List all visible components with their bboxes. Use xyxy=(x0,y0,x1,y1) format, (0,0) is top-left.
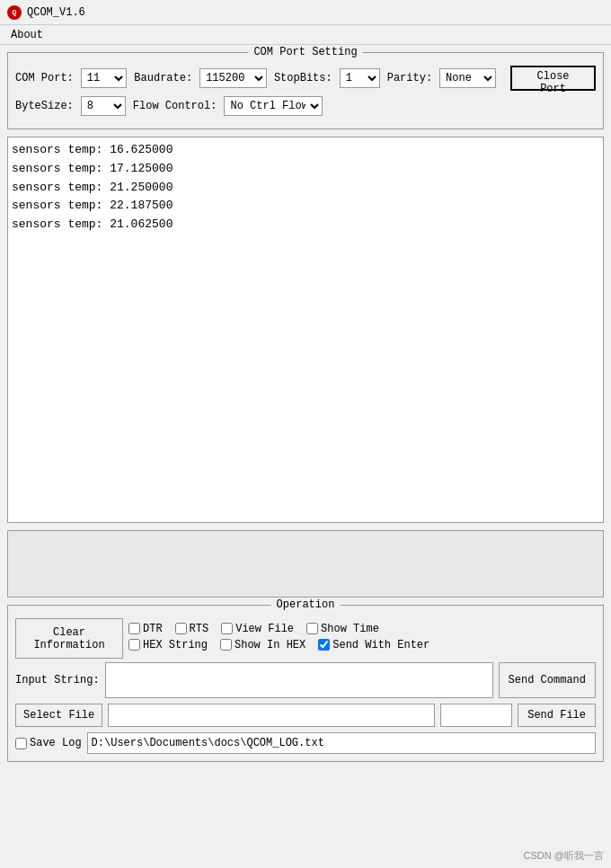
showtime-label: Show Time xyxy=(321,623,379,635)
com-port-setting-panel: COM Port Setting COM Port: 11 1234 5678 … xyxy=(7,52,604,129)
input-string-label: Input String: xyxy=(15,674,100,686)
com-row-1: COM Port: 11 1234 5678 91012 Baudrate: 1… xyxy=(15,66,596,91)
app-logo: Q xyxy=(7,5,22,20)
sendwithenter-label: Send With Enter xyxy=(332,639,429,651)
op-top-row: Clear Information DTR RTS View File xyxy=(15,618,596,659)
com-port-label: COM Port: xyxy=(15,72,74,84)
send-command-button[interactable]: Send Command xyxy=(499,662,596,698)
serial-line-2: sensors temp: 21.250000 xyxy=(12,179,599,198)
save-log-row: Save Log xyxy=(15,732,596,754)
file-row: Select File Send File xyxy=(15,704,596,727)
flowcontrol-select[interactable]: No Ctrl FlowRTS/CTSXON/XOFF xyxy=(224,96,323,116)
viewfile-label: View File xyxy=(235,623,294,635)
file-path-field[interactable] xyxy=(108,704,435,727)
menu-bar: About xyxy=(0,25,611,45)
showinhex-check[interactable]: Show In HEX xyxy=(220,639,306,651)
input-string-field[interactable] xyxy=(105,662,493,698)
hexstring-label: HEX String xyxy=(143,639,208,651)
serial-line-0: sensors temp: 16.625000 xyxy=(12,141,599,160)
dtr-checkbox[interactable] xyxy=(128,623,140,634)
clear-info-button[interactable]: Clear Information xyxy=(15,618,123,659)
showtime-check[interactable]: Show Time xyxy=(306,623,379,635)
operation-panel: Operation Clear Information DTR RTS xyxy=(7,605,604,762)
logo-text: Q xyxy=(13,8,17,16)
showtime-checkbox[interactable] xyxy=(306,623,318,634)
select-file-button[interactable]: Select File xyxy=(15,704,102,727)
bytesize-select[interactable]: 8567 xyxy=(81,96,126,116)
com-port-legend: COM Port Setting xyxy=(248,46,362,58)
send-file-button[interactable]: Send File xyxy=(518,704,596,727)
serial-line-4: sensors temp: 21.062500 xyxy=(12,216,599,235)
dtr-check[interactable]: DTR xyxy=(128,623,163,635)
rts-check[interactable]: RTS xyxy=(175,623,209,635)
rts-label: RTS xyxy=(190,623,209,635)
sendwithenter-checkbox[interactable] xyxy=(318,639,330,651)
com-port-select[interactable]: 11 1234 5678 91012 xyxy=(81,68,128,88)
op-check-row-1: DTR RTS View File Show Time xyxy=(128,623,596,635)
input-string-row: Input String: Send Command xyxy=(15,662,596,698)
flowcontrol-label: Flow Control: xyxy=(133,100,217,112)
serial-line-3: sensors temp: 22.187500 xyxy=(12,197,599,216)
save-log-check[interactable]: Save Log xyxy=(15,737,82,749)
save-log-label: Save Log xyxy=(30,737,82,749)
file-size-field xyxy=(440,704,512,727)
watermark-text: CSDN @听我一言 xyxy=(524,850,604,861)
serial-line-1: sensors temp: 17.125000 xyxy=(12,160,599,179)
title-bar: Q QCOM_V1.6 xyxy=(0,0,611,25)
watermark: CSDN @听我一言 xyxy=(524,849,604,863)
op-checkboxes: DTR RTS View File Show Time xyxy=(128,623,596,655)
showinhex-label: Show In HEX xyxy=(235,639,306,651)
hexstring-checkbox[interactable] xyxy=(128,639,140,651)
lower-output-area xyxy=(7,530,604,598)
dtr-label: DTR xyxy=(143,623,163,635)
save-log-path-field[interactable] xyxy=(87,732,596,754)
operation-legend: Operation xyxy=(271,598,341,611)
parity-label: Parity: xyxy=(387,72,432,84)
baudrate-select[interactable]: 115200 96001920038400 57600230400 xyxy=(199,68,267,88)
menu-about[interactable]: About xyxy=(7,29,47,41)
viewfile-check[interactable]: View File xyxy=(221,623,294,635)
bytesize-label: ByteSize: xyxy=(15,100,74,112)
app-title: QCOM_V1.6 xyxy=(27,6,85,19)
rts-checkbox[interactable] xyxy=(175,623,187,634)
showinhex-checkbox[interactable] xyxy=(220,639,232,651)
sendwithenter-check[interactable]: Send With Enter xyxy=(318,639,429,651)
com-row-2: ByteSize: 8567 Flow Control: No Ctrl Flo… xyxy=(15,96,596,116)
viewfile-checkbox[interactable] xyxy=(221,623,233,634)
parity-select[interactable]: NoneEvenOdd MarkSpace xyxy=(439,68,496,88)
save-log-checkbox[interactable] xyxy=(15,738,27,749)
stopbits-label: StopBits: xyxy=(274,72,332,84)
close-port-button[interactable]: Close Port xyxy=(510,66,596,91)
stopbits-select[interactable]: 11.52 xyxy=(340,68,380,88)
main-content: COM Port Setting COM Port: 11 1234 5678 … xyxy=(0,45,611,769)
op-check-row-2: HEX String Show In HEX Send With Enter xyxy=(128,639,596,651)
serial-output-area: sensors temp: 16.625000 sensors temp: 17… xyxy=(7,137,604,523)
baudrate-label: Baudrate: xyxy=(134,72,192,84)
hexstring-check[interactable]: HEX String xyxy=(128,639,208,651)
